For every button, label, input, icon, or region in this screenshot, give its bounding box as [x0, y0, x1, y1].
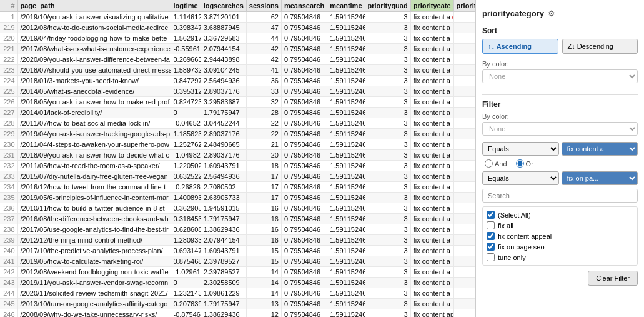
col-header-sessions[interactable]: sessions: [246, 0, 281, 12]
table-cell: 16: [246, 235, 281, 246]
option-fix-all[interactable]: fix all: [487, 220, 633, 231]
table-cell: /2013/10/turn-on-google-analytics-affini…: [17, 299, 171, 309]
table-row: 235/2019/05/6-principles-of-influence-in…: [0, 193, 475, 203]
table-cell: 0.36290549: [171, 203, 201, 214]
col-header-prioritytory[interactable]: prioritycaTory: [453, 0, 475, 12]
col-header-row[interactable]: #: [0, 0, 17, 12]
table-cell: 1.59115246: [327, 86, 365, 97]
table-cell: 228: [0, 118, 17, 129]
checkbox-fix-on-page-seo[interactable]: [487, 243, 495, 251]
select-all-item[interactable]: (Select All): [487, 209, 633, 220]
option-fix-content-appeal[interactable]: fix content appeal: [487, 231, 633, 241]
table-cell: 2.56494936: [201, 171, 246, 182]
table-cell: [453, 44, 475, 54]
table-cell: 230: [0, 139, 17, 150]
table-cell: 243: [0, 278, 17, 288]
table-cell: 3.09104245: [201, 65, 246, 76]
checkbox-fix-all[interactable]: [487, 221, 495, 229]
col-header-priority[interactable]: priorityquad: [365, 0, 410, 12]
table-cell: fix content a: [410, 12, 453, 23]
table-row: 231/2018/09/you-ask-i-answer-how-to-deci…: [0, 150, 475, 161]
table-cell: [453, 309, 475, 318]
table-cell: 237: [0, 214, 17, 224]
col-header-meansearch[interactable]: meansearch: [281, 0, 327, 12]
table-row: 233/2015/07/diy-nutella-dairy-free-glute…: [0, 171, 475, 182]
table-cell: fix content a: [410, 214, 453, 224]
table-cell: 3: [365, 182, 410, 193]
filter-color-select[interactable]: None: [482, 122, 638, 136]
and-option[interactable]: And: [485, 159, 507, 168]
table-cell: /2010/11/how-to-build-a-twitter-audience…: [17, 203, 171, 214]
table-cell: 223: [0, 65, 17, 76]
table-cell: fix content a: [410, 139, 453, 150]
table-cell: fix content a: [410, 299, 453, 309]
table-cell: 0.79504846: [281, 129, 327, 139]
col-header-page-path[interactable]: page_path: [17, 0, 171, 12]
table-cell: fix content a: [410, 97, 453, 108]
table-cell: 236: [0, 203, 17, 214]
col-header-logsearches[interactable]: logsearches: [201, 0, 246, 12]
condition-select-2[interactable]: Equals: [482, 171, 559, 185]
table-cell: fix content a: [410, 86, 453, 97]
table-cell: /2011/04/4-steps-to-awaken-your-superher…: [17, 139, 171, 150]
or-option[interactable]: Or: [516, 159, 533, 168]
select-all-checkbox[interactable]: [487, 211, 495, 219]
table-cell: 1.38629436: [201, 224, 246, 235]
table-cell: 1.09861229: [201, 288, 246, 299]
table-cell: 0.79504846: [281, 33, 327, 44]
table-cell: 0.79504846: [281, 65, 327, 76]
table-cell: 3: [365, 33, 410, 44]
or-radio[interactable]: [516, 159, 524, 168]
panel-title-bar: prioritycategory ⚙: [482, 6, 638, 21]
table-cell: fix content a: [410, 171, 453, 182]
table-cell: [453, 203, 475, 214]
table-cell: /2020/09/you-ask-i-answer-difference-bet…: [17, 54, 171, 65]
condition-select-1[interactable]: Equals: [482, 142, 559, 156]
table-cell: 0.62860866: [171, 224, 201, 235]
gear-icon-button[interactable]: ⚙: [547, 9, 557, 18]
table-cell: [453, 23, 475, 33]
table-cell: 28: [246, 108, 281, 118]
table-cell: 1.28093385: [171, 235, 201, 246]
table-cell: [453, 256, 475, 267]
col-header-meantime[interactable]: meantime: [327, 0, 365, 12]
table-cell: 1.59115246: [327, 214, 365, 224]
checkbox-fix-content-appeal[interactable]: [487, 232, 495, 240]
ascending-button[interactable]: ↑↓ Ascending: [482, 39, 558, 54]
table-cell: 3: [365, 256, 410, 267]
value-select-1[interactable]: fix content a: [562, 142, 638, 156]
table-cell: /2017/08/what-is-cx-what-is-customer-exp…: [17, 44, 171, 54]
table-cell: 15: [246, 246, 281, 256]
table-cell: 234: [0, 182, 17, 193]
condition-row-1: Equals fix content a: [482, 142, 638, 156]
table-cell: [453, 171, 475, 182]
option-tune-only[interactable]: tune only: [487, 252, 633, 263]
search-input[interactable]: [482, 189, 638, 203]
table-cell: [453, 12, 475, 23]
col-header-logtime[interactable]: logtime: [171, 0, 201, 12]
and-radio[interactable]: [485, 159, 493, 168]
table-cell: 1.59115246: [327, 309, 365, 318]
table-cell: 16: [246, 214, 281, 224]
option-fix-on-page-seo[interactable]: fix on page seo: [487, 241, 633, 252]
table-cell: fix content a: [410, 256, 453, 267]
table-cell: 0.79504846: [281, 288, 327, 299]
table-cell: 1.59115246: [327, 161, 365, 171]
table-row: 229/2019/04/you-ask-i-answer-tracking-go…: [0, 129, 475, 139]
col-header-prioritycate[interactable]: prioritycate: [410, 0, 453, 12]
value-select-2[interactable]: fix on pa...: [562, 171, 638, 185]
table-cell: 47: [246, 23, 281, 33]
table-cell: 0.84729786: [171, 76, 201, 86]
table-cell: 3: [365, 246, 410, 256]
table-cell: fix content a: [410, 108, 453, 118]
table-cell: 2.07944154: [201, 44, 246, 54]
table-cell: 1.11461263: [171, 12, 201, 23]
table-cell: 0.79504846: [281, 139, 327, 150]
table-cell: 0.39531274: [171, 86, 201, 97]
clear-filter-button[interactable]: Clear Filter: [588, 271, 638, 286]
sort-color-select[interactable]: None: [482, 69, 638, 83]
descending-button[interactable]: Z↓ Descending: [562, 39, 638, 54]
checkbox-tune-only[interactable]: [487, 253, 495, 261]
filter-by-color-label: By color:: [482, 113, 638, 120]
table-row: 246/2008/09/why-do-we-take-unnecessary-r…: [0, 309, 475, 318]
